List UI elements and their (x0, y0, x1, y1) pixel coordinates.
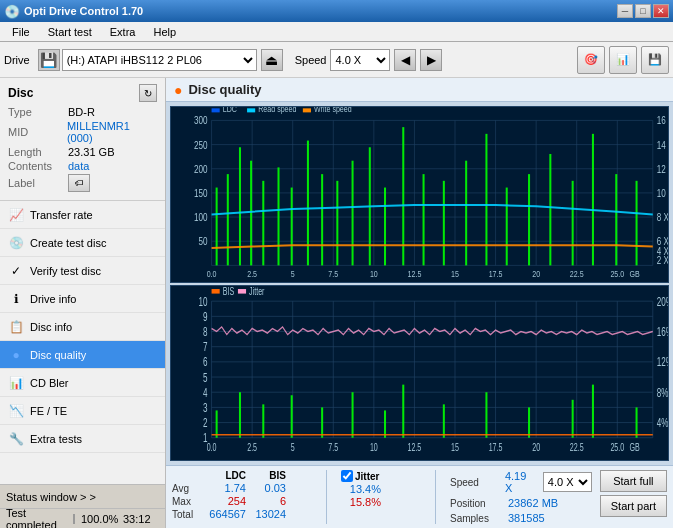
chart2-svg: 10 9 8 7 6 5 4 3 2 1 20% 16% 12% 8% 4% (170, 285, 669, 462)
svg-text:4%: 4% (657, 416, 669, 429)
toolbar-icon-3[interactable]: 💾 (641, 46, 669, 74)
svg-rect-72 (572, 181, 574, 266)
svg-rect-129 (216, 410, 218, 437)
nav-item-create-test-disc[interactable]: 💿 Create test disc (0, 229, 165, 257)
start-full-button[interactable]: Start full (600, 470, 667, 492)
create-test-disc-icon: 💿 (8, 235, 24, 251)
svg-rect-56 (278, 167, 280, 265)
nav-item-extra-tests[interactable]: 🔧 Extra tests (0, 425, 165, 453)
nav-item-disc-info[interactable]: 📋 Disc info (0, 313, 165, 341)
svg-text:Jitter: Jitter (249, 285, 264, 297)
drive-info-icon: ℹ (8, 291, 24, 307)
svg-text:5: 5 (291, 268, 295, 279)
disc-length-label: Length (8, 146, 68, 158)
svg-text:2: 2 (203, 416, 208, 429)
disc-contents-value[interactable]: data (68, 160, 89, 172)
status-window[interactable]: Status window > > (0, 484, 165, 508)
content-area: ● Disc quality (166, 78, 673, 528)
start-part-button[interactable]: Start part (600, 495, 667, 517)
menu-help[interactable]: Help (145, 24, 184, 40)
menu-start-test[interactable]: Start test (40, 24, 100, 40)
svg-text:7.5: 7.5 (328, 268, 338, 279)
svg-text:5: 5 (203, 371, 208, 384)
svg-rect-58 (307, 141, 309, 266)
ldc-total: 664567 (204, 508, 246, 520)
svg-text:17.5: 17.5 (489, 441, 503, 453)
svg-text:300: 300 (194, 114, 208, 126)
svg-rect-74 (615, 174, 617, 265)
nav-item-cd-bler[interactable]: 📊 CD Bler (0, 369, 165, 397)
drive-label: Drive (4, 54, 30, 66)
nav-label-create-test-disc: Create test disc (30, 237, 106, 249)
svg-rect-61 (352, 161, 354, 266)
nav-item-verify-test-disc[interactable]: ✓ Verify test disc (0, 257, 165, 285)
close-button[interactable]: ✕ (653, 4, 669, 18)
svg-rect-70 (528, 174, 530, 265)
speed-select[interactable]: 4.0 X8.0 XMax (330, 49, 390, 71)
nav-item-fe-te[interactable]: 📉 FE / TE (0, 397, 165, 425)
progress-bar (73, 514, 75, 524)
menu-extra[interactable]: Extra (102, 24, 144, 40)
jitter-max: 15.8% (341, 496, 381, 508)
svg-text:15: 15 (451, 268, 459, 279)
ldc-max: 254 (204, 495, 246, 507)
svg-text:8 X: 8 X (657, 211, 669, 223)
disc-label-button[interactable]: 🏷 (68, 174, 90, 192)
speed-stat-value: 4.19 X (505, 470, 535, 494)
svg-text:GB: GB (629, 441, 639, 453)
bis-header: BIS (250, 470, 286, 481)
menu-file[interactable]: File (4, 24, 38, 40)
disc-contents-label: Contents (8, 160, 68, 172)
svg-rect-139 (528, 407, 530, 437)
nav-label-extra-tests: Extra tests (30, 433, 82, 445)
svg-text:7.5: 7.5 (328, 441, 338, 453)
title-bar: 💿 Opti Drive Control 1.70 ─ □ ✕ (0, 0, 673, 22)
max-label: Max (172, 496, 200, 507)
toolbar-icon-1[interactable]: 🎯 (577, 46, 605, 74)
svg-text:12 X: 12 X (657, 163, 669, 175)
nav-item-transfer-rate[interactable]: 📈 Transfer rate (0, 201, 165, 229)
svg-rect-54 (250, 161, 252, 266)
app-icon: 💿 (4, 4, 20, 19)
svg-text:10: 10 (370, 268, 378, 279)
test-completed-bar: Test completed 100.0% 33:12 (0, 508, 165, 528)
svg-rect-132 (291, 395, 293, 437)
ldc-avg: 1.74 (204, 482, 246, 494)
svg-rect-137 (443, 404, 445, 437)
svg-rect-140 (572, 399, 574, 437)
disc-type-label: Type (8, 106, 68, 118)
charts-container: 300 250 200 150 100 50 16 X 14 X 12 X 10… (166, 102, 673, 465)
eject-button[interactable]: ⏏ (261, 49, 283, 71)
minimize-button[interactable]: ─ (617, 4, 633, 18)
maximize-button[interactable]: □ (635, 4, 651, 18)
svg-text:150: 150 (194, 187, 208, 199)
svg-rect-138 (485, 392, 487, 438)
disc-info-icon: 📋 (8, 319, 24, 335)
extra-tests-icon: 🔧 (8, 431, 24, 447)
content-header: ● Disc quality (166, 78, 673, 102)
test-completed-label: Test completed (6, 507, 67, 529)
menu-bar: File Start test Extra Help (0, 22, 673, 42)
jitter-checkbox[interactable] (341, 470, 353, 482)
nav-item-disc-quality[interactable]: ● Disc quality (0, 341, 165, 369)
speed-arrow-button-right[interactable]: ▶ (420, 49, 442, 71)
drive-select[interactable]: (H:) ATAPI iHBS112 2 PL06 (62, 49, 257, 71)
speed-stat-select[interactable]: 4.0 X8.0 XMax (543, 472, 592, 492)
svg-text:10 X: 10 X (657, 187, 669, 199)
svg-text:22.5: 22.5 (570, 441, 584, 453)
svg-rect-127 (238, 289, 246, 294)
svg-text:5: 5 (291, 441, 295, 453)
toolbar: Drive 💾 (H:) ATAPI iHBS112 2 PL06 ⏏ Spee… (0, 42, 673, 78)
nav-label-drive-info: Drive info (30, 293, 76, 305)
disc-refresh-button[interactable]: ↻ (139, 84, 157, 102)
position-value: 23862 MB (508, 497, 558, 509)
toolbar-icon-2[interactable]: 📊 (609, 46, 637, 74)
svg-rect-69 (506, 188, 508, 266)
sidebar: Disc ↻ Type BD-R MID MILLENMR1 (000) Len… (0, 78, 166, 528)
status-window-label: Status window > > (6, 491, 96, 503)
nav-item-drive-info[interactable]: ℹ Drive info (0, 285, 165, 313)
disc-mid-value[interactable]: MILLENMR1 (000) (67, 120, 157, 144)
speed-arrow-button[interactable]: ◀ (394, 49, 416, 71)
svg-text:BIS: BIS (223, 285, 234, 297)
nav-label-disc-info: Disc info (30, 321, 72, 333)
